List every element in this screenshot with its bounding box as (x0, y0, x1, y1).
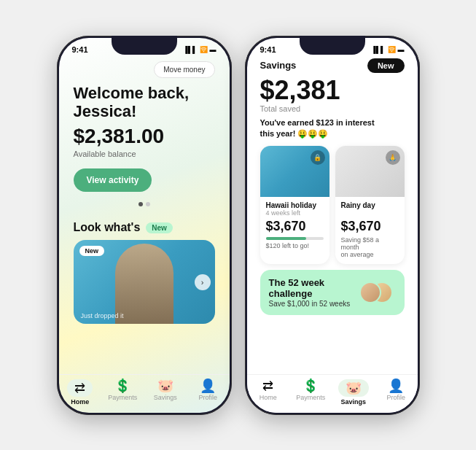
status-icons-2: ▐▌▌ 🛜 ▬ (371, 46, 404, 53)
welcome-text: Welcome back,Jessica! (74, 84, 215, 121)
nav-home-label: Home (71, 398, 89, 406)
challenge-text: The 52 week challenge Save $1,000 in 52 … (269, 277, 359, 308)
challenge-avatars (359, 278, 396, 307)
interest-message: You've earned $123 in interestthis year!… (260, 117, 405, 140)
rainy-sub: Saving $58 a monthon average (341, 236, 399, 258)
savings-cards: 🔒 Hawaii holiday 4 weeks left $3,670 $12… (260, 146, 405, 264)
home-icon: ⇄ (74, 381, 85, 395)
nav-profile[interactable]: 👤 Profile (187, 379, 230, 406)
nav2-profile-label: Profile (386, 394, 405, 401)
phone-1: 9:41 ▐▌▌ 🛜 ▬ Move money Welcome back,Jes… (57, 36, 232, 415)
page-dots (138, 202, 150, 206)
nav-home[interactable]: ⇄ Home (59, 379, 102, 406)
move-money-button[interactable]: Move money (154, 61, 214, 78)
hawaii-amount: $3,670 (266, 219, 324, 234)
notch-2 (300, 36, 365, 55)
savings-icon: 🐷 (157, 379, 173, 392)
look-whats-header: Look what's New (59, 221, 230, 234)
savings-page-title: Savings (260, 60, 297, 71)
nav2-payments[interactable]: 💲 Payments (289, 379, 332, 406)
rainy-emoji: 🙏 (386, 150, 400, 165)
dot-2 (146, 202, 150, 206)
phone2-content: Savings New $2,381 Total saved You've ea… (247, 55, 418, 374)
nav2-savings-label: Savings (340, 398, 366, 406)
arrow-right-icon[interactable]: › (195, 274, 211, 290)
challenge-title: The 52 week challenge (269, 277, 359, 299)
hawaii-lock-icon: 🔒 (311, 150, 325, 165)
payments-icon: 💲 (114, 379, 130, 392)
view-activity-button[interactable]: View activity (74, 168, 152, 192)
time-1: 9:41 (72, 45, 88, 54)
rainy-card[interactable]: 🙏 Rainy day $3,670 Saving $58 a monthon … (335, 146, 405, 264)
nav-savings[interactable]: 🐷 Savings (144, 379, 187, 406)
rainy-card-image: 🙏 (335, 146, 405, 197)
rainy-amount: $3,670 (341, 219, 399, 234)
look-whats-title: Look what's (74, 221, 141, 234)
signal-icon: ▐▌▌ (183, 46, 197, 53)
battery-icon-2: ▬ (398, 46, 405, 53)
savings-header: Savings New (260, 58, 405, 73)
hawaii-weeks: 4 weeks left (266, 209, 324, 217)
avatar-1 (359, 282, 381, 303)
challenge-banner[interactable]: The 52 week challenge Save $1,000 in 52 … (260, 270, 405, 315)
promo-bottom-text: Just dropped it (81, 312, 124, 319)
phone1-content: Move money Welcome back,Jessica! $2,381.… (59, 55, 230, 214)
profile-icon: 👤 (200, 379, 216, 392)
balance-label: Available balance (74, 150, 215, 158)
challenge-sub: Save $1,000 in 52 weeks (269, 300, 359, 308)
bottom-nav-1: ⇄ Home 💲 Payments 🐷 Savings 👤 Profile (59, 374, 230, 413)
status-icons-1: ▐▌▌ 🛜 ▬ (183, 46, 216, 53)
phone-2: 9:41 ▐▌▌ 🛜 ▬ Savings New $2,381 Total sa… (245, 36, 420, 415)
nav2-home-label: Home (260, 394, 277, 401)
savings-pill: 🐷 (338, 379, 369, 397)
hawaii-progress-fill (266, 237, 306, 240)
hawaii-progress-bg (266, 237, 324, 240)
hawaii-card-body: Hawaii holiday 4 weeks left $3,670 $120 … (260, 197, 329, 255)
balance-amount: $2,381.00 (74, 125, 215, 148)
new-badge-header: New (146, 222, 173, 233)
rainy-card-body: Rainy day $3,670 Saving $58 a monthon av… (335, 197, 405, 264)
nav-savings-label: Savings (154, 394, 177, 401)
nav-payments-label: Payments (108, 394, 137, 401)
battery-icon: ▬ (210, 46, 216, 53)
profile-icon-2: 👤 (388, 379, 404, 392)
rainy-card-name: Rainy day (341, 201, 399, 209)
hawaii-card-name: Hawaii holiday (266, 201, 324, 209)
total-amount: $2,381 (260, 76, 405, 105)
look-whats-section: Look what's New New › Just dropped it (59, 221, 230, 374)
hawaii-card-image: 🔒 (260, 146, 329, 197)
time-2: 9:41 (260, 45, 276, 54)
nav2-home[interactable]: ⇄ Home (247, 379, 290, 406)
rainy-weeks (341, 209, 399, 217)
scene: 9:41 ▐▌▌ 🛜 ▬ Move money Welcome back,Jes… (42, 21, 434, 430)
hawaii-sub: $120 left to go! (266, 242, 324, 249)
signal-icon-2: ▐▌▌ (371, 46, 385, 53)
hawaii-card[interactable]: 🔒 Hawaii holiday 4 weeks left $3,670 $12… (260, 146, 329, 264)
savings-icon-2: 🐷 (346, 381, 362, 395)
nav-profile-label: Profile (198, 394, 217, 401)
promo-card[interactable]: New › Just dropped it (74, 240, 215, 324)
wifi-icon: 🛜 (200, 46, 208, 53)
home-icon-2: ⇄ (262, 379, 273, 392)
notch-1 (112, 36, 177, 55)
nav2-profile[interactable]: 👤 Profile (375, 379, 418, 406)
wifi-icon-2: 🛜 (388, 46, 396, 53)
bottom-nav-2: ⇄ Home 💲 Payments 🐷 Savings 👤 Profile (247, 374, 418, 413)
nav-home-pill: ⇄ (67, 379, 93, 397)
total-label: Total saved (260, 104, 405, 113)
dot-1 (138, 202, 143, 206)
nav2-savings[interactable]: 🐷 Savings (332, 379, 375, 406)
new-button[interactable]: New (367, 58, 405, 73)
nav-payments[interactable]: 💲 Payments (101, 379, 144, 406)
nav2-payments-label: Payments (296, 394, 325, 401)
payments-icon-2: 💲 (303, 379, 319, 392)
promo-new-badge: New (79, 246, 105, 256)
